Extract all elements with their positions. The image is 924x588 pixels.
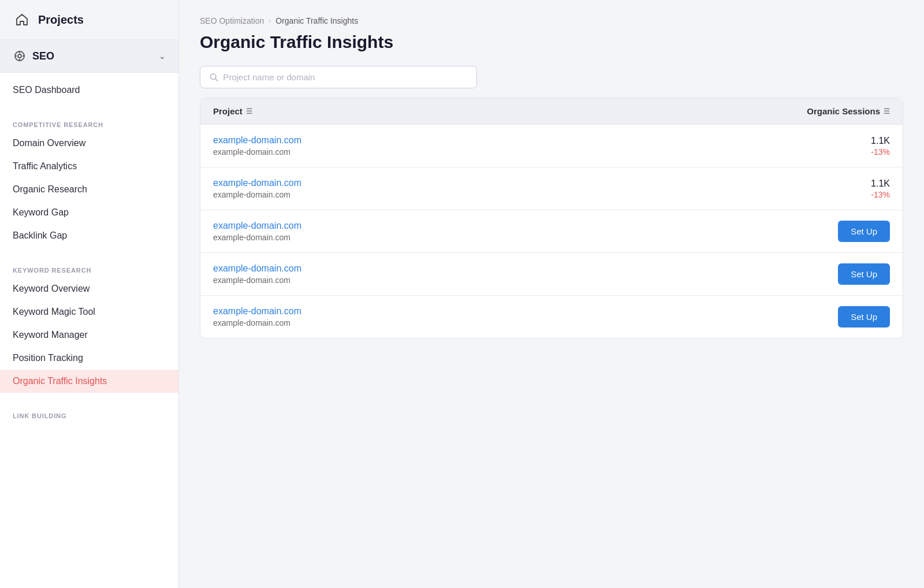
project-info: example-domain.comexample-domain.com [213, 263, 301, 285]
table-row: example-domain.comexample-domain.comSet … [200, 296, 903, 338]
page-title: Organic Traffic Insights [200, 32, 903, 52]
sessions-column-label: Organic Sessions [807, 106, 880, 116]
sidebar-item-position-tracking[interactable]: Position Tracking [0, 347, 178, 370]
nav-section-competitive-research: COMPETITIVE RESEARCHDomain OverviewTraff… [0, 107, 178, 253]
sidebar-item-keyword-overview[interactable]: Keyword Overview [0, 277, 178, 300]
project-filter-icon[interactable]: ☰ [246, 107, 252, 116]
project-info: example-domain.comexample-domain.com [213, 221, 301, 242]
nav-section-keyword-research: KEYWORD RESEARCHKeyword OverviewKeyword … [0, 253, 178, 399]
project-info: example-domain.comexample-domain.com [213, 178, 301, 199]
seo-section-header[interactable]: SEO ⌄ [0, 40, 178, 73]
setup-button[interactable]: Set Up [838, 263, 890, 285]
sidebar-projects-header[interactable]: Projects [0, 0, 178, 40]
nav-category-competitive-research: COMPETITIVE RESEARCH [0, 113, 178, 132]
table-header: Project ☰ Organic Sessions ☰ [200, 98, 903, 125]
project-column-label: Project [213, 106, 243, 116]
search-bar [200, 66, 477, 88]
sessions-change: -13% [871, 147, 890, 157]
breadcrumb-parent: SEO Optimization [200, 16, 264, 25]
project-info: example-domain.comexample-domain.com [213, 135, 301, 157]
home-icon [13, 10, 31, 29]
svg-line-7 [215, 79, 218, 81]
table-header-project: Project ☰ [213, 106, 252, 116]
search-icon [210, 73, 218, 82]
seo-label: SEO [32, 50, 54, 62]
seo-header-left: SEO [13, 49, 54, 63]
nav-category-keyword-research: KEYWORD RESEARCH [0, 259, 178, 277]
project-link[interactable]: example-domain.com [213, 221, 301, 231]
sidebar-item-domain-overview[interactable]: Domain Overview [0, 132, 178, 155]
search-bar-wrap [200, 66, 903, 88]
breadcrumb-separator: › [269, 17, 271, 25]
table-row: example-domain.comexample-domain.comSet … [200, 210, 903, 253]
main-content: SEO Optimization › Organic Traffic Insig… [179, 0, 924, 588]
project-link[interactable]: example-domain.com [213, 178, 301, 188]
setup-button[interactable]: Set Up [838, 306, 890, 328]
project-info: example-domain.comexample-domain.com [213, 306, 301, 328]
table-row: example-domain.comexample-domain.com1.1K… [200, 168, 903, 210]
sidebar-item-keyword-gap[interactable]: Keyword Gap [0, 201, 178, 224]
breadcrumb-current: Organic Traffic Insights [275, 16, 358, 25]
project-domain: example-domain.com [213, 190, 301, 199]
project-link[interactable]: example-domain.com [213, 306, 301, 317]
sidebar-item-traffic-analytics[interactable]: Traffic Analytics [0, 155, 178, 178]
table-header-sessions: Organic Sessions ☰ [807, 106, 890, 116]
projects-header-left: Projects [13, 10, 84, 29]
sessions-value: 1.1K [871, 136, 890, 146]
chevron-down-icon: ⌄ [159, 51, 166, 61]
nav-categories: COMPETITIVE RESEARCHDomain OverviewTraff… [0, 107, 178, 429]
setup-button[interactable]: Set Up [838, 221, 890, 242]
sidebar-item-seo-dashboard[interactable]: SEO Dashboard [0, 79, 178, 102]
breadcrumb: SEO Optimization › Organic Traffic Insig… [200, 16, 903, 25]
table-rows: example-domain.comexample-domain.com1.1K… [200, 125, 903, 338]
svg-point-1 [18, 54, 21, 58]
projects-table: Project ☰ Organic Sessions ☰ example-dom… [200, 98, 903, 338]
seo-icon [13, 49, 27, 63]
project-link[interactable]: example-domain.com [213, 263, 301, 274]
sidebar-item-organic-traffic-insights[interactable]: Organic Traffic Insights [0, 370, 178, 393]
search-input[interactable] [223, 72, 467, 82]
sidebar-item-backlink-gap[interactable]: Backlink Gap [0, 224, 178, 247]
table-row: example-domain.comexample-domain.comSet … [200, 253, 903, 296]
nav-section-link-building: LINK BUILDING [0, 399, 178, 429]
sidebar-item-keyword-magic-tool[interactable]: Keyword Magic Tool [0, 300, 178, 323]
sidebar-item-organic-research[interactable]: Organic Research [0, 178, 178, 201]
project-link[interactable]: example-domain.com [213, 135, 301, 146]
nav-category-link-building: LINK BUILDING [0, 404, 178, 423]
project-domain: example-domain.com [213, 318, 301, 328]
project-domain: example-domain.com [213, 233, 301, 242]
projects-label: Projects [38, 13, 84, 27]
sessions-info: 1.1K-13% [871, 178, 890, 199]
sessions-info: 1.1K-13% [871, 136, 890, 157]
project-domain: example-domain.com [213, 147, 301, 157]
sessions-filter-icon[interactable]: ☰ [884, 107, 890, 116]
sessions-change: -13% [871, 190, 890, 199]
sidebar: Projects SEO ⌄ SEO Dashboard COMPETITIVE… [0, 0, 179, 588]
project-domain: example-domain.com [213, 276, 301, 285]
nav-section-top: SEO Dashboard [0, 73, 178, 107]
sidebar-item-keyword-manager[interactable]: Keyword Manager [0, 323, 178, 347]
sessions-value: 1.1K [871, 178, 890, 189]
table-row: example-domain.comexample-domain.com1.1K… [200, 125, 903, 168]
